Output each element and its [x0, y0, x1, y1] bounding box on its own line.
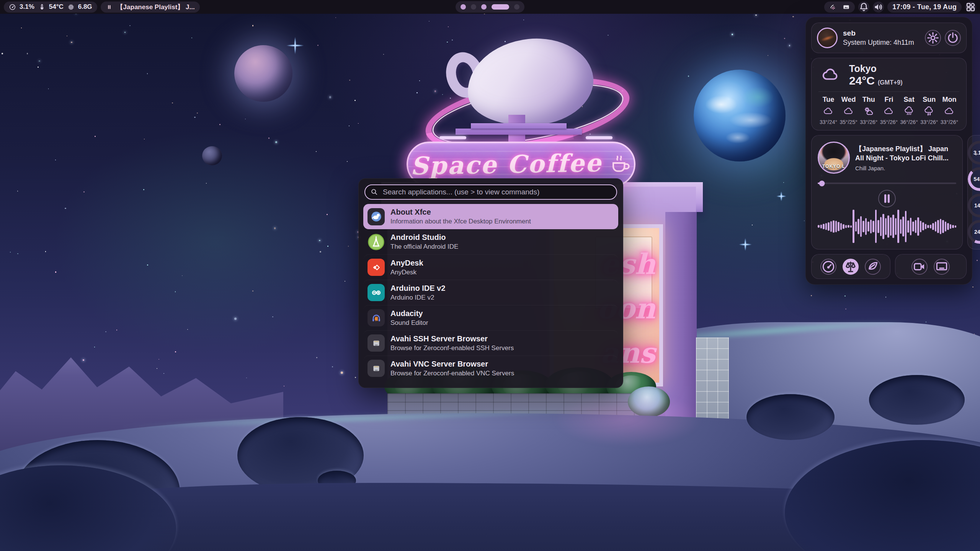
star — [732, 34, 733, 35]
stat-value: 6.8G — [78, 3, 92, 11]
visualizer-bar — [833, 220, 835, 232]
star — [347, 161, 348, 162]
app-list-item[interactable]: Avahi VNC Server Browser Browse for Zero… — [363, 355, 618, 381]
divider — [818, 91, 959, 92]
tray-icon[interactable] — [829, 3, 836, 11]
play-pause-button[interactable] — [878, 190, 896, 207]
app-list-item[interactable]: Avahi SSH Server Browser Browse for Zero… — [363, 330, 618, 355]
star — [811, 295, 812, 296]
workspace-switcher[interactable] — [456, 1, 524, 13]
forecast-temps: 33°/26° — [920, 119, 938, 125]
visualizer-bar — [925, 224, 927, 229]
workspace-dot[interactable] — [514, 4, 519, 10]
power-profile-button[interactable] — [820, 259, 836, 275]
stat-icon — [38, 3, 46, 11]
forecast-temps: 35°/26° — [880, 119, 898, 125]
system-gauge: 3.1% — [968, 141, 980, 165]
forecast-day-name: Sun — [923, 96, 936, 104]
pause-icon — [879, 191, 895, 207]
tray-icon[interactable] — [843, 3, 850, 11]
control-center-panel: seb System Uptime: 4h11m Tokyo 24°C — [805, 17, 972, 285]
star — [67, 36, 68, 37]
visualizer-bar — [853, 210, 854, 243]
power-button[interactable] — [945, 30, 961, 46]
power-profile-button[interactable] — [865, 259, 881, 275]
overview-button[interactable] — [965, 2, 976, 13]
app-list: About Xfce Information about the Xfce De… — [359, 203, 623, 388]
grid-icon — [965, 2, 976, 13]
forecast-weather-icon — [863, 106, 874, 116]
forecast-day: Wed 35°/25° — [839, 96, 859, 125]
forecast-day-name: Mon — [942, 96, 956, 104]
album-art: TOKYO L — [818, 142, 850, 174]
forecast-weather-icon — [843, 106, 854, 116]
gauge-value: 54°C — [968, 167, 980, 191]
sparkle-star — [739, 238, 752, 251]
notifications-button[interactable] — [858, 2, 869, 13]
app-description: Arduino IDE v2 — [390, 294, 445, 302]
forecast-day-name: Tue — [823, 96, 835, 104]
star — [349, 80, 350, 81]
clock-text: 17:09 - Tue, 19 Aug — [892, 3, 957, 11]
visualizer-bar — [935, 222, 937, 231]
visualizer-bar — [882, 214, 884, 239]
star — [268, 137, 270, 139]
visualizer-bar — [823, 224, 825, 229]
clock[interactable]: 17:09 - Tue, 19 Aug — [887, 2, 962, 13]
star — [358, 123, 359, 124]
star — [284, 386, 285, 387]
visualizer-bar — [915, 220, 917, 233]
workspace-dot[interactable] — [471, 4, 476, 10]
star — [187, 329, 188, 330]
star — [429, 21, 430, 22]
seek-track — [818, 183, 956, 184]
app-list-item[interactable]: About Xfce Information about the Xfce De… — [363, 204, 618, 229]
forecast-temps: 35°/25° — [840, 119, 858, 125]
workspace-dot[interactable] — [461, 4, 466, 10]
star — [245, 119, 246, 119]
roof-light — [439, 136, 466, 139]
forecast-weather-icon — [823, 106, 834, 116]
star — [752, 225, 753, 225]
gauge-value: 3.1% — [968, 141, 980, 165]
capture-icon — [912, 259, 927, 274]
star — [144, 139, 145, 140]
workspace-dot[interactable] — [481, 4, 487, 10]
system-tray[interactable] — [824, 2, 855, 13]
media-status-pill[interactable]: 【Japanese Playlist】 J... — [101, 2, 200, 13]
forecast-day: Fri 35°/26° — [879, 96, 899, 125]
workspace-dot[interactable] — [492, 4, 509, 10]
star — [55, 160, 56, 160]
star — [17, 253, 18, 254]
star — [275, 141, 277, 143]
app-list-item[interactable]: Android Studio The official Android IDE — [363, 229, 618, 254]
seek-bar[interactable] — [818, 181, 956, 186]
power-profile-button[interactable] — [843, 259, 859, 275]
star — [21, 28, 22, 28]
user-name: seb — [843, 29, 914, 37]
capture-card — [895, 254, 967, 279]
app-description: Browse for Zeroconf-enabled SSH Servers — [390, 344, 514, 352]
app-list-item[interactable]: Audacity Sound Editor — [363, 305, 618, 330]
system-stats-pill[interactable]: 3.1% 54°C 6.8G — [4, 2, 97, 13]
stat-item: 6.8G — [67, 3, 92, 11]
star — [158, 359, 159, 360]
search-input[interactable] — [364, 184, 617, 200]
star — [383, 54, 384, 55]
sparkle-star — [776, 191, 786, 201]
volume-button[interactable] — [873, 2, 884, 13]
app-list-item[interactable]: AnyDesk AnyDesk — [363, 254, 618, 280]
star — [175, 291, 176, 292]
star — [319, 240, 320, 241]
forecast-day-name: Fri — [884, 96, 893, 104]
seek-knob[interactable] — [819, 181, 825, 186]
visualizer-bar — [820, 225, 822, 228]
star — [163, 373, 164, 374]
capture-button[interactable] — [911, 259, 928, 275]
capture-button[interactable] — [934, 259, 950, 275]
weather-cloud-icon — [818, 66, 843, 84]
settings-button[interactable] — [925, 30, 941, 46]
star — [83, 359, 84, 361]
app-list-item[interactable]: Arduino IDE v2 Arduino IDE v2 — [363, 280, 618, 305]
forecast-day: Tue 33°/24° — [818, 96, 838, 125]
